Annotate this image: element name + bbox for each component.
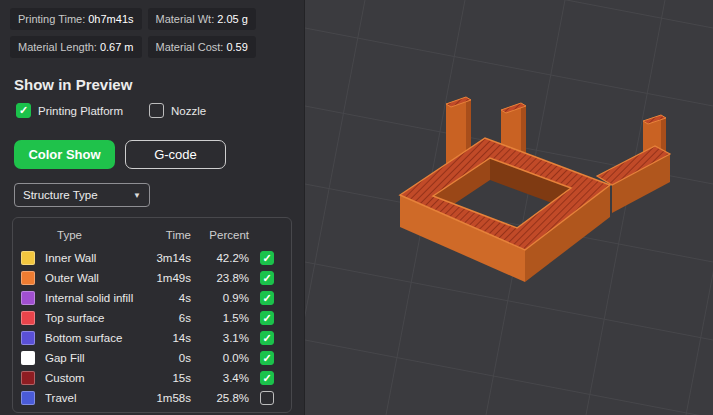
color-swatch [21, 391, 35, 405]
checkbox-printing-platform[interactable]: ✓ Printing Platform [16, 103, 123, 118]
checkbox-nozzle[interactable]: ✓ Nozzle [149, 103, 206, 118]
structure-type-select[interactable]: Structure Type ▼ [14, 183, 150, 207]
row-percent: 3.1% [191, 332, 251, 344]
row-type-label: Outer Wall [45, 272, 141, 284]
stat-value: 0.59 [226, 41, 247, 53]
row-time: 1m58s [141, 392, 191, 404]
checkbox[interactable]: ✓ [149, 103, 164, 118]
row-time: 1m49s [141, 272, 191, 284]
row-time: 14s [141, 332, 191, 344]
stat-label: Printing Time: [18, 13, 85, 25]
row-percent: 42.2% [191, 252, 251, 264]
row-time: 3m14s [141, 252, 191, 264]
chevron-down-icon: ▼ [133, 191, 141, 200]
row-type-label: Custom [45, 372, 141, 384]
check-icon: ✓ [262, 333, 271, 344]
row-percent: 23.8% [191, 272, 251, 284]
view-mode-buttons: Color Show G-code [0, 140, 304, 169]
header-time: Time [141, 229, 191, 241]
print-stats: Printing Time:0h7m41s Material Wt:2.05 g… [0, 0, 304, 62]
color-swatch [21, 291, 35, 305]
stat-material-cost: Material Cost:0.59 [148, 36, 256, 58]
color-swatch [21, 331, 35, 345]
check-icon: ✓ [262, 293, 271, 304]
row-time: 15s [141, 372, 191, 384]
row-type-label: Inner Wall [45, 252, 141, 264]
check-icon: ✓ [262, 313, 271, 324]
stat-value: 0.67 m [100, 41, 134, 53]
stat-label: Material Wt: [156, 13, 215, 25]
table-header: Type Time Percent [21, 224, 283, 246]
color-swatch [21, 271, 35, 285]
stat-value: 0h7m41s [88, 13, 133, 25]
preview-sidebar: Printing Time:0h7m41s Material Wt:2.05 g… [0, 0, 305, 415]
stat-label: Material Length: [18, 41, 97, 53]
row-checkbox[interactable]: ✓ [260, 251, 274, 265]
row-type-label: Internal solid infill [45, 292, 141, 304]
check-icon: ✓ [262, 373, 271, 384]
row-percent: 1.5% [191, 312, 251, 324]
row-percent: 3.4% [191, 372, 251, 384]
row-time: 6s [141, 312, 191, 324]
3d-canvas[interactable] [305, 0, 713, 415]
row-checkbox[interactable]: ✓ [260, 351, 274, 365]
check-icon: ✓ [262, 273, 271, 284]
stat-material-weight: Material Wt:2.05 g [148, 8, 256, 30]
row-type-label: Travel [45, 392, 141, 404]
table-row: Travel 1m58s 25.8% ✓ [21, 388, 283, 408]
checkbox-label: Nozzle [171, 105, 206, 117]
table-row: Bottom surface 14s 3.1% ✓ [21, 328, 283, 348]
stat-printing-time: Printing Time:0h7m41s [10, 8, 142, 30]
row-type-label: Gap Fill [45, 352, 141, 364]
checkbox[interactable]: ✓ [16, 103, 31, 118]
row-checkbox[interactable]: ✓ [260, 331, 274, 345]
viewport-3d[interactable] [305, 0, 713, 415]
preview-options: ✓ Printing Platform ✓ Nozzle [0, 103, 304, 118]
row-time: 4s [141, 292, 191, 304]
row-checkbox[interactable]: ✓ [260, 271, 274, 285]
table-row: Top surface 6s 1.5% ✓ [21, 308, 283, 328]
row-checkbox[interactable]: ✓ [260, 311, 274, 325]
stat-label: Material Cost: [156, 41, 224, 53]
checkbox-label: Printing Platform [38, 105, 123, 117]
row-type-label: Bottom surface [45, 332, 141, 344]
row-percent: 25.8% [191, 392, 251, 404]
row-checkbox[interactable]: ✓ [260, 291, 274, 305]
check-icon: ✓ [19, 105, 28, 116]
header-percent: Percent [191, 229, 251, 241]
table-row: Inner Wall 3m14s 42.2% ✓ [21, 248, 283, 268]
header-type: Type [45, 229, 141, 241]
gcode-button[interactable]: G-code [125, 140, 226, 169]
color-show-button[interactable]: Color Show [14, 140, 115, 169]
row-type-label: Top surface [45, 312, 141, 324]
row-checkbox[interactable]: ✓ [260, 371, 274, 385]
stat-material-length: Material Length:0.67 m [10, 36, 142, 58]
color-swatch [21, 251, 35, 265]
color-swatch [21, 311, 35, 325]
row-time: 0s [141, 352, 191, 364]
section-title-show-in-preview: Show in Preview [0, 76, 304, 93]
check-icon: ✓ [262, 353, 271, 364]
check-icon: ✓ [262, 253, 271, 264]
row-checkbox[interactable]: ✓ [260, 391, 274, 405]
select-value: Structure Type [23, 189, 98, 201]
table-row: Gap Fill 0s 0.0% ✓ [21, 348, 283, 368]
stat-value: 2.05 g [217, 13, 248, 25]
table-row: Outer Wall 1m49s 23.8% ✓ [21, 268, 283, 288]
table-row: Custom 15s 3.4% ✓ [21, 368, 283, 388]
build-plate-background [305, 0, 713, 415]
color-swatch [21, 371, 35, 385]
table-row: Internal solid infill 4s 0.9% ✓ [21, 288, 283, 308]
row-percent: 0.9% [191, 292, 251, 304]
color-swatch [21, 351, 35, 365]
structure-table: Type Time Percent Inner Wall 3m14s 42.2%… [12, 217, 292, 413]
row-percent: 0.0% [191, 352, 251, 364]
